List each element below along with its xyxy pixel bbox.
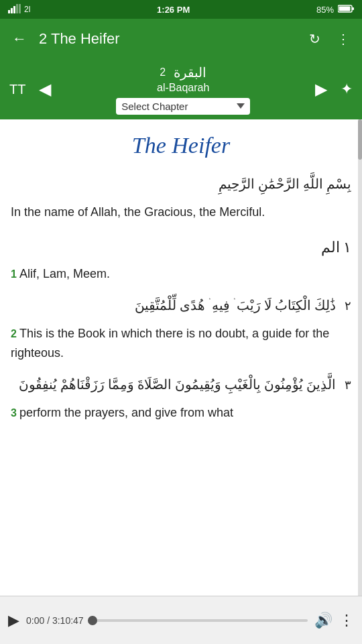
svg-rect-3 — [16, 4, 18, 13]
current-time: 0:00 — [26, 615, 44, 626]
chapter-arabic-name: البقرة — [174, 64, 206, 80]
verse3-number: 3 — [11, 407, 17, 419]
scrollbar-track — [358, 119, 362, 596]
audio-player: ▶ 0:00 / 3:10:47 🔊 ⋮ — [0, 596, 362, 644]
status-signal: 2l — [8, 4, 30, 15]
time-separator: / — [47, 615, 52, 626]
app-bar-actions: ↻ ⋮ — [302, 24, 357, 54]
font-size-icon[interactable]: TT — [3, 76, 32, 103]
back-button[interactable]: ← — [5, 23, 34, 54]
verse1-arabic: ١ الم — [11, 234, 351, 261]
svg-rect-6 — [352, 7, 354, 10]
chapter-nav: TT ◀ 2 البقرة al-Baqarah Select Chapter … — [0, 59, 362, 119]
chapter-number-arabic-row: 2 البقرة — [160, 64, 206, 80]
time-display: 0:00 / 3:10:47 — [26, 615, 84, 626]
verse2-arabic-text: ذَٰلِكَ الْكِتَابُ لَا رَيْبَ ۛ فِيهِ ۛ … — [135, 298, 336, 313]
page-title: 2 The Heifer — [39, 30, 302, 48]
verse2-number: 2 — [11, 328, 17, 339]
time-display: 1:26 PM — [157, 5, 190, 15]
more-options-button[interactable]: ⋮ — [330, 24, 357, 54]
surah-title: The Heifer — [11, 133, 351, 158]
chapter-transliteration: al-Baqarah — [157, 82, 209, 94]
verse1-row: 1 Alif, Lam, Meem. — [11, 264, 351, 284]
verse3-arabic: ٣ الَّذِينَ يُؤْمِنُونَ بِالْغَيْبِ وَيُ… — [11, 372, 351, 396]
prev-chapter-button[interactable]: ◀ — [32, 74, 58, 104]
chapter-select[interactable]: Select Chapter — [116, 98, 250, 115]
bismillah-translation: In the name of Allah, the Gracious, the … — [11, 203, 351, 222]
svg-rect-0 — [8, 10, 10, 13]
audio-more-button[interactable]: ⋮ — [339, 612, 354, 629]
app-bar: ← 2 The Heifer ↻ ⋮ — [0, 19, 362, 59]
brightness-button[interactable]: ✦ — [334, 75, 359, 103]
chapter-info: 2 البقرة al-Baqarah Select Chapter — [58, 64, 308, 115]
verse2-row: 2 This is the Book in which there is no … — [11, 324, 351, 363]
verse2-arabic-number: ٢ — [345, 299, 351, 313]
status-right: 85% — [316, 5, 354, 15]
volume-button[interactable]: 🔊 — [314, 612, 333, 629]
refresh-button[interactable]: ↻ — [302, 24, 327, 54]
progress-thumb[interactable] — [88, 616, 97, 625]
verse3-translation-partial: perform the prayers, and give from what — [19, 406, 233, 419]
verse2-translation: This is the Book in which there is no do… — [11, 327, 329, 360]
total-time: 3:10:47 — [52, 615, 84, 626]
svg-rect-2 — [13, 6, 15, 13]
verse3-row: 3 perform the prayers, and give from wha… — [11, 403, 351, 423]
play-button[interactable]: ▶ — [8, 612, 19, 629]
verse3-arabic-text: الَّذِينَ يُؤْمِنُونَ بِالْغَيْبِ وَيُقِ… — [19, 377, 336, 392]
verse1-number: 1 — [11, 268, 17, 280]
signal-icon — [8, 4, 21, 15]
chapter-number: 2 — [160, 66, 166, 78]
svg-rect-4 — [19, 4, 21, 13]
next-chapter-button[interactable]: ▶ — [308, 74, 334, 104]
signal-text: 2l — [24, 5, 30, 14]
battery-text: 85% — [316, 5, 334, 15]
main-content: The Heifer بِسْمِ اللَّهِ الرَّحْمَٰنِ ا… — [0, 119, 362, 596]
verse3-arabic-number: ٣ — [345, 378, 351, 392]
scrollbar-thumb[interactable] — [358, 119, 362, 160]
progress-bar[interactable] — [90, 619, 308, 622]
svg-rect-7 — [339, 6, 350, 11]
bismillah-arabic: بِسْمِ اللَّهِ الرَّحْمَٰنِ الرَّحِيمِ — [11, 172, 351, 196]
status-bar: 2l 1:26 PM 85% — [0, 0, 362, 19]
battery-icon — [338, 5, 354, 15]
verse1-translation: Alif, Lam, Meem. — [19, 267, 110, 280]
verse2-arabic: ٢ ذَٰلِكَ الْكِتَابُ لَا رَيْبَ ۛ فِيهِ … — [11, 293, 351, 317]
svg-rect-1 — [11, 8, 13, 13]
